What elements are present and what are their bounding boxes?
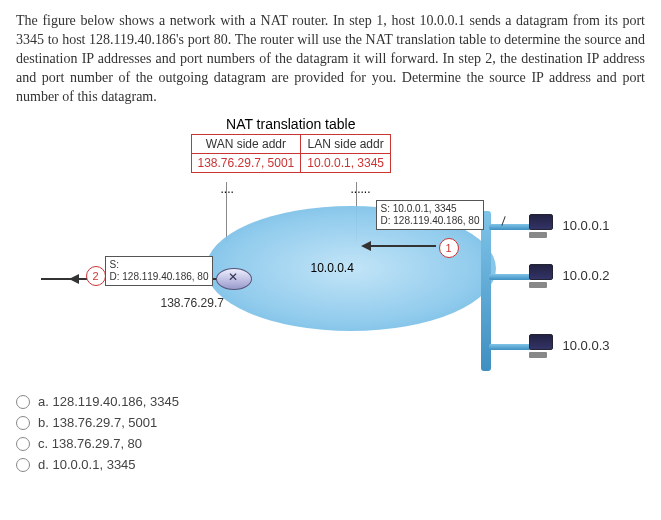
option-d[interactable]: d. 10.0.0.1, 3345 bbox=[16, 457, 645, 472]
question-text: The figure below shows a network with a … bbox=[16, 12, 645, 106]
host-icon bbox=[529, 334, 555, 356]
host-icon bbox=[529, 214, 555, 236]
host3-ip-label: 10.0.0.3 bbox=[563, 338, 610, 353]
answer-options: a. 128.119.40.186, 3345 b. 138.76.29.7, … bbox=[16, 394, 645, 472]
host-icon bbox=[529, 264, 555, 286]
nat-translation-table: NAT translation table WAN side addr LAN … bbox=[191, 116, 392, 173]
arrow-line bbox=[371, 245, 436, 247]
host1-ip-label: 10.0.0.1 bbox=[563, 218, 610, 233]
network-diagram: NAT translation table WAN side addr LAN … bbox=[31, 116, 631, 376]
nat-val-wan: 138.76.29.7, 5001 bbox=[191, 154, 301, 173]
radio-icon bbox=[16, 416, 30, 430]
branch-line bbox=[489, 274, 531, 280]
step-2-marker: 2 bbox=[86, 266, 106, 286]
radio-icon bbox=[16, 395, 30, 409]
nat-col-lan: LAN side addr bbox=[301, 135, 391, 154]
step-1-marker: 1 bbox=[439, 238, 459, 258]
packet2-dst: D: 128.119.40.186, 80 bbox=[110, 271, 209, 283]
packet1-dst: D: 128.119.40.186, 80 bbox=[381, 215, 480, 227]
option-b[interactable]: b. 138.76.29.7, 5001 bbox=[16, 415, 645, 430]
arrow-left-icon bbox=[361, 241, 371, 251]
connector-line bbox=[226, 182, 227, 242]
host2-ip-label: 10.0.0.2 bbox=[563, 268, 610, 283]
option-d-label: d. 10.0.0.1, 3345 bbox=[38, 457, 136, 472]
router-lan-ip-label: 10.0.0.4 bbox=[311, 261, 354, 275]
ellipsis-icon: ...... bbox=[351, 182, 371, 196]
option-a-label: a. 128.119.40.186, 3345 bbox=[38, 394, 179, 409]
ellipsis-icon: .... bbox=[221, 182, 234, 196]
option-c[interactable]: c. 138.76.29.7, 80 bbox=[16, 436, 645, 451]
option-b-label: b. 138.76.29.7, 5001 bbox=[38, 415, 157, 430]
nat-val-lan: 10.0.0.1, 3345 bbox=[301, 154, 391, 173]
packet-1-box: S: 10.0.0.1, 3345 D: 128.119.40.186, 80 bbox=[376, 200, 485, 230]
arrow-left-icon bbox=[69, 274, 79, 284]
option-c-label: c. 138.76.29.7, 80 bbox=[38, 436, 142, 451]
radio-icon bbox=[16, 437, 30, 451]
nat-col-wan: WAN side addr bbox=[191, 135, 301, 154]
branch-line bbox=[489, 224, 531, 230]
branch-line bbox=[489, 344, 531, 350]
packet1-src: S: 10.0.0.1, 3345 bbox=[381, 203, 480, 215]
radio-icon bbox=[16, 458, 30, 472]
router-wan-ip-label: 138.76.29.7 bbox=[161, 296, 224, 310]
packet2-src: S: bbox=[110, 259, 209, 271]
nat-table-caption: NAT translation table bbox=[191, 116, 392, 134]
packet-2-box: S: D: 128.119.40.186, 80 bbox=[105, 256, 214, 286]
option-a[interactable]: a. 128.119.40.186, 3345 bbox=[16, 394, 645, 409]
